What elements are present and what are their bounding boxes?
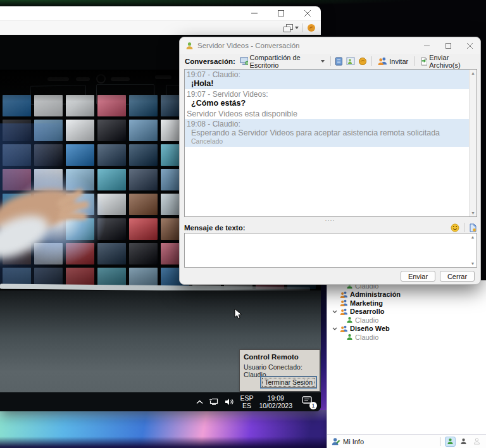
video-tile	[3, 144, 31, 166]
my-info-label[interactable]: Mi Info	[343, 438, 364, 445]
away-person-icon	[460, 438, 467, 445]
scroll-up-arrow[interactable]: ▲	[471, 233, 475, 240]
viewer-close-button[interactable]	[294, 6, 321, 20]
roster-item-label: Marketing	[350, 299, 383, 307]
video-tile	[129, 218, 158, 240]
desktop-share-button[interactable]: Compartición de Escritorio	[239, 53, 326, 70]
roster-group-2[interactable]: Marketing	[327, 299, 486, 308]
video-tile	[66, 243, 94, 264]
roster-group-3[interactable]: Desarrollo	[327, 308, 486, 316]
user-online-icon	[346, 333, 353, 340]
chat-minimize-button[interactable]	[416, 37, 437, 54]
roster-user-4[interactable]: Claudio	[327, 316, 486, 325]
viewer-titlebar[interactable]	[0, 6, 321, 20]
video-tile	[97, 194, 126, 215]
video-tile	[34, 144, 63, 166]
history-button[interactable]	[335, 57, 343, 66]
contact-list: ClaudioAdministraciónMarketingDesarrollo…	[327, 280, 486, 342]
chevron-expand-icon[interactable]	[332, 327, 337, 330]
send-button[interactable]: Enviar	[401, 271, 435, 282]
conversation-label: Conversación:	[185, 58, 235, 65]
chevron-up-icon	[196, 400, 203, 404]
chat-titlebar[interactable]: Servidor Videos - Conversación	[180, 37, 480, 54]
maximize-icon	[446, 43, 451, 49]
minimize-icon	[251, 10, 258, 16]
close-button[interactable]: Cerrar	[440, 271, 475, 282]
message-header: 19:07 - Claudio:	[185, 70, 469, 79]
invite-people-icon	[378, 57, 387, 65]
contact-person-icon	[185, 42, 194, 50]
chevron-down-icon	[295, 27, 299, 29]
chat-maximize-button[interactable]	[437, 37, 459, 54]
chat-toolbar: Conversación: Compartición de Escritorio	[180, 54, 480, 68]
video-tile	[3, 95, 31, 116]
viewer-maximize-button[interactable]	[268, 6, 294, 20]
tray-chevron-button[interactable]	[196, 400, 203, 404]
scroll-down-arrow[interactable]: ▼	[471, 209, 475, 216]
send-files-button[interactable]: Enviar Archivo(s)	[419, 53, 475, 70]
desktop-wallpaper-bloom	[0, 410, 327, 448]
tray-network-button[interactable]	[209, 398, 219, 406]
end-session-button[interactable]: Terminar Sesión	[261, 376, 316, 388]
video-tile	[129, 144, 158, 166]
tray-volume-button[interactable]	[225, 398, 234, 406]
roster-user-6[interactable]: Claudio	[327, 333, 486, 342]
video-tile	[129, 194, 158, 215]
presence-online-filter[interactable]	[445, 437, 456, 447]
footer-separator	[440, 437, 440, 446]
presence-away-filter[interactable]	[458, 437, 469, 447]
my-info-icon[interactable]	[331, 437, 340, 446]
buzz-icon	[358, 57, 367, 66]
message-input[interactable]	[186, 235, 468, 266]
paste-image-button[interactable]	[469, 223, 477, 232]
toolbar-separator	[302, 23, 303, 32]
close-icon	[467, 43, 473, 49]
video-tile	[34, 243, 63, 264]
roster-item-label: Claudio	[355, 333, 378, 341]
message-block: 19:08 - Claudio:Esperando a Servidor Vid…	[185, 119, 469, 147]
presence-offline-filter[interactable]	[471, 437, 482, 447]
video-tile	[3, 120, 31, 141]
chevron-expand-icon[interactable]	[332, 310, 337, 313]
history-scrollbar[interactable]: ▲ ▼	[469, 70, 477, 216]
notification-button[interactable]: 1	[302, 396, 315, 408]
video-tile	[66, 95, 94, 116]
roster-group-5[interactable]: Diseño Web	[327, 325, 486, 333]
desktop-share-icon	[240, 57, 248, 65]
screen-capture-button[interactable]	[346, 57, 355, 65]
panel-splitter[interactable]: ····	[180, 218, 480, 222]
input-scrollbar[interactable]: ▲ ▼	[469, 233, 477, 267]
video-tile	[129, 169, 158, 190]
cascade-windows-icon	[284, 24, 293, 32]
conversation-history[interactable]: 19:07 - Claudio:¡Hola!19:07 - Servidor V…	[184, 69, 477, 217]
roster-item-label: Claudio	[355, 316, 378, 324]
cascade-windows-button[interactable]	[284, 24, 299, 32]
spark-app-button[interactable]	[307, 23, 316, 32]
message-header: 19:07 - Servidor Videos:	[185, 89, 469, 99]
contact-list-window: ClaudioAdministraciónMarketingDesarrollo…	[327, 280, 486, 448]
viewer-minimize-button[interactable]	[241, 6, 268, 20]
video-tile	[34, 120, 63, 141]
emoticon-button[interactable]	[451, 223, 459, 232]
message-block: 19:07 - Claudio:¡Hola!	[185, 70, 469, 89]
roster-item-label: Desarrollo	[350, 308, 384, 315]
clock[interactable]: 19:09 10/02/2023	[259, 394, 292, 409]
scroll-down-arrow[interactable]: ▼	[471, 260, 475, 267]
roster-group-1[interactable]: Administración	[327, 290, 486, 299]
video-tile	[129, 95, 158, 116]
video-tile	[97, 95, 126, 116]
scroll-up-arrow[interactable]: ▲	[471, 70, 475, 77]
message-text: ¿Cómo estás?	[185, 99, 469, 109]
online-person-icon	[447, 438, 454, 445]
chat-close-button[interactable]	[459, 37, 480, 54]
invite-button[interactable]: Invitar	[377, 56, 409, 66]
paste-image-icon	[469, 223, 477, 232]
remote-control-panel: Control Remoto Usuario Conectado: Claudi…	[239, 349, 320, 392]
language-indicator[interactable]: ESP ES	[240, 394, 253, 409]
buzz-button[interactable]	[358, 57, 367, 66]
history-icon	[335, 57, 343, 66]
send-file-icon	[420, 57, 427, 66]
control-panel-title: Control Remoto	[244, 353, 316, 361]
group-icon	[340, 299, 348, 306]
chat-window-title: Servidor Videos - Conversación	[197, 42, 300, 49]
